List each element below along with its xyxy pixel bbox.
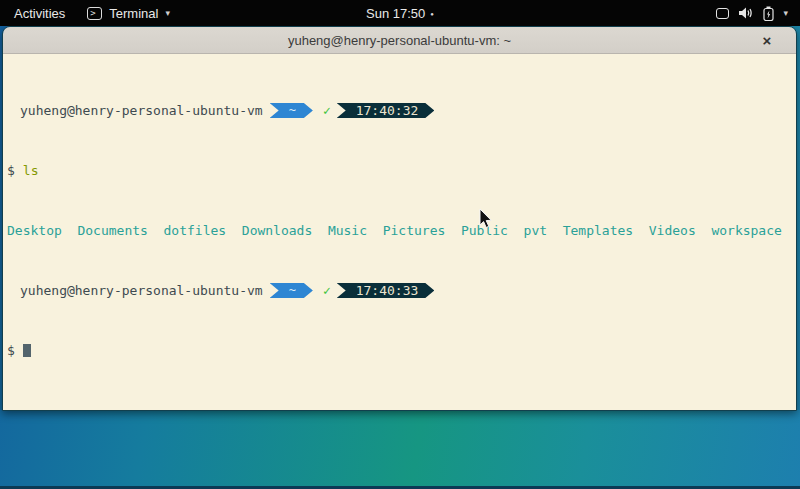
prompt-time-segment: 17:40:32 — [337, 103, 435, 118]
check-icon: ✓ — [323, 103, 331, 118]
mouse-cursor-icon — [479, 208, 494, 230]
terminal-window: yuheng@henry-personal-ubuntu-vm: ~ × yuh… — [2, 26, 797, 411]
command-line: $ ls — [7, 163, 792, 178]
chevron-down-icon: ▾ — [783, 8, 788, 18]
terminal-cursor — [23, 344, 31, 357]
window-title: yuheng@henry-personal-ubuntu-vm: ~ — [288, 33, 511, 48]
prompt-user-host: yuheng@henry-personal-ubuntu-vm — [20, 103, 263, 118]
window-titlebar[interactable]: yuheng@henry-personal-ubuntu-vm: ~ × — [3, 27, 796, 54]
activities-button[interactable]: Activities — [10, 6, 69, 21]
terminal-icon: > — [87, 7, 102, 20]
prompt-path-segment: ~ — [270, 283, 313, 298]
prompt-user-host: yuheng@henry-personal-ubuntu-vm — [20, 283, 263, 298]
prompt-line: yuheng@henry-personal-ubuntu-vm ~ ✓ 17:4… — [7, 103, 792, 118]
prompt-symbol: $ — [7, 343, 15, 358]
close-button[interactable]: × — [758, 31, 776, 49]
top-bar: Activities > Terminal ▾ Sun 17:50 ● ▾ — [0, 0, 800, 26]
check-icon: ✓ — [323, 283, 331, 298]
chevron-down-icon: ▾ — [165, 8, 170, 18]
battery-charging-icon — [763, 6, 774, 21]
current-input-line: $ — [7, 343, 792, 358]
prompt-time-segment: 17:40:33 — [337, 283, 435, 298]
notification-dot-icon: ● — [430, 11, 434, 17]
terminal-content[interactable]: yuheng@henry-personal-ubuntu-vm ~ ✓ 17:4… — [3, 54, 796, 410]
clock[interactable]: Sun 17:50 — [366, 6, 425, 21]
prompt-path-segment: ~ — [270, 103, 313, 118]
app-menu-label: Terminal — [109, 6, 158, 21]
volume-icon — [738, 6, 754, 20]
screen-icon — [716, 8, 729, 19]
app-menu-terminal[interactable]: > Terminal ▾ — [87, 6, 170, 21]
system-status-area[interactable]: ▾ — [716, 6, 800, 21]
typed-command: ls — [23, 163, 39, 178]
prompt-symbol: $ — [7, 163, 15, 178]
ls-output-line: Desktop Documents dotfiles Downloads Mus… — [7, 223, 792, 238]
prompt-line: yuheng@henry-personal-ubuntu-vm ~ ✓ 17:4… — [7, 283, 792, 298]
